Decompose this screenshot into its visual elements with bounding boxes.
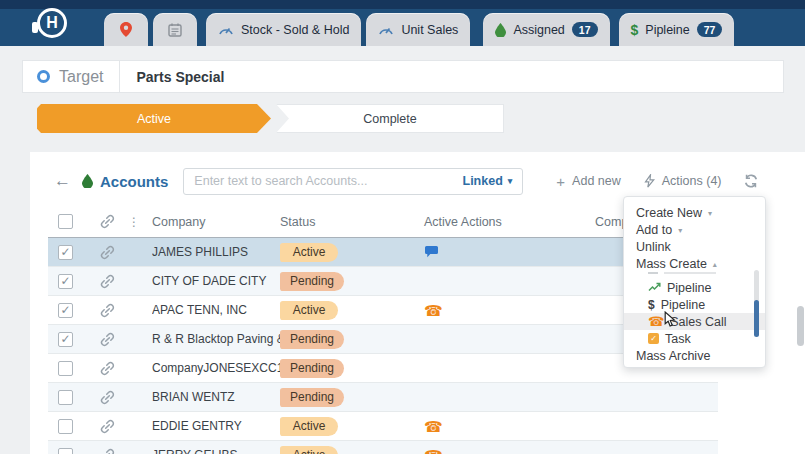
row-checkbox[interactable]	[58, 361, 73, 376]
tab-label: Unit Sales	[401, 23, 458, 37]
submenu-label: Pipeline	[661, 298, 705, 312]
submenu-label: Sales Call	[670, 315, 726, 329]
accounts-droplet-icon	[82, 174, 93, 188]
submenu-item-sales-call[interactable]: ☎ Sales Call	[624, 313, 765, 330]
link-icon[interactable]	[100, 448, 115, 454]
tab-calendar[interactable]	[153, 13, 197, 46]
column-header-company[interactable]: Company	[152, 215, 280, 229]
tab-location[interactable]	[104, 13, 148, 46]
location-pin-icon	[120, 22, 132, 37]
column-header-status[interactable]: Status	[280, 215, 420, 229]
menu-item-mass-archive[interactable]: Mass Archive	[624, 347, 765, 364]
link-icon[interactable]	[100, 390, 115, 405]
chevron-down-icon: ▾	[708, 209, 712, 218]
page-title: Parts Special	[120, 69, 224, 85]
company-cell: APAC TENN, INC	[152, 303, 280, 317]
table-row[interactable]: EDDIE GENTRY Active ☎	[48, 412, 718, 441]
row-checkbox[interactable]	[58, 419, 73, 434]
submenu-item-pipeline[interactable]: $ Pipeline	[624, 296, 765, 313]
refresh-button[interactable]	[743, 174, 759, 188]
tab-pipeline[interactable]: $ Pipleine 77	[619, 13, 735, 46]
row-checkbox[interactable]	[58, 448, 73, 454]
table-body: ✓ JAMES PHILLIPS Active ✓ CITY OF DADE C…	[48, 238, 718, 454]
stage-active[interactable]: Active	[37, 104, 271, 133]
row-checkbox[interactable]: ✓	[58, 332, 73, 347]
tab-stock-sold-hold[interactable]: Stock - Sold & Hold	[206, 13, 361, 46]
tab-unit-sales[interactable]: Unit Sales	[366, 13, 470, 46]
link-icon[interactable]	[100, 419, 115, 434]
dollar-icon: $	[648, 298, 655, 312]
table-row[interactable]: CompanyJONESEXCC15203 Pending	[48, 354, 718, 383]
tab-assigned[interactable]: Assigned 17	[483, 13, 609, 46]
link-icon[interactable]	[100, 274, 115, 289]
link-icon[interactable]	[100, 245, 115, 260]
phone-icon[interactable]: ☎	[424, 303, 443, 318]
submenu-label: Task	[665, 332, 691, 346]
table-row[interactable]: BRIAN WENTZ Pending	[48, 383, 718, 412]
phone-icon[interactable]: ☎	[424, 448, 443, 454]
app-logo[interactable]: H	[0, 0, 104, 46]
menu-item-label: Unlink	[636, 240, 671, 254]
link-icon[interactable]	[100, 361, 115, 376]
gauge-icon	[378, 24, 394, 35]
logo-h-icon: H	[37, 8, 67, 38]
table-row[interactable]: JERRY GELIBS Active ☎	[48, 441, 718, 454]
menu-item-add-to[interactable]: Add to ▾	[624, 221, 765, 238]
accounts-title: Accounts	[100, 173, 168, 190]
link-icon[interactable]	[100, 332, 115, 347]
actions-dropdown-menu: Create New ▾ Add to ▾ Unlink Mass Create…	[623, 196, 766, 368]
chevron-down-icon: ▾	[508, 176, 513, 186]
row-checkbox[interactable]: ✓	[58, 245, 73, 260]
table-row[interactable]: ✓ R & R Blacktop Paving & Seal C... Pend…	[48, 325, 718, 354]
gauge-icon	[218, 24, 234, 35]
table-row[interactable]: ✓ CITY OF DADE CITY Pending	[48, 267, 718, 296]
company-cell: JERRY GELIBS	[152, 448, 280, 454]
stage-complete[interactable]: Complete	[276, 104, 504, 133]
link-icon	[100, 214, 115, 229]
page-scrollbar-thumb[interactable]	[797, 306, 804, 346]
target-bar: Target Parts Special	[22, 60, 784, 93]
tab-label: Assigned	[513, 23, 564, 37]
dollar-icon: $	[631, 22, 639, 38]
menu-item-label: Mass Create	[636, 257, 707, 271]
table-row[interactable]: ✓ JAMES PHILLIPS Active	[48, 238, 718, 267]
submenu-scrollbar-thumb[interactable]	[754, 300, 759, 337]
check-icon: ✓	[60, 275, 70, 287]
refresh-icon	[743, 174, 759, 188]
back-arrow-icon[interactable]: ←	[54, 171, 74, 191]
link-icon[interactable]	[100, 303, 115, 318]
target-section: Target	[23, 61, 120, 92]
target-label: Target	[59, 68, 103, 86]
add-new-button[interactable]: + Add new	[556, 173, 620, 190]
chevron-down-icon: ▾	[678, 226, 682, 235]
menu-item-mass-create[interactable]: Mass Create ▴	[624, 255, 765, 272]
search-input[interactable]	[184, 174, 452, 188]
status-badge: Active	[280, 301, 338, 320]
row-checkbox[interactable]: ✓	[58, 274, 73, 289]
row-checkbox[interactable]	[58, 390, 73, 405]
submenu-item-task[interactable]: ✓ Task	[624, 330, 765, 347]
menu-item-label: Add to	[636, 223, 672, 237]
column-header-active-actions[interactable]: Active Actions	[420, 215, 595, 229]
linked-filter-dropdown[interactable]: Linked ▾	[453, 174, 523, 188]
add-new-label: Add new	[572, 174, 621, 188]
company-cell: JAMES PHILLIPS	[152, 245, 280, 259]
menu-item-create-new[interactable]: Create New ▾	[624, 204, 765, 221]
menu-item-label: Create New	[636, 206, 702, 220]
actions-button[interactable]: Actions (4)	[644, 174, 722, 188]
phone-icon[interactable]: ☎	[424, 419, 443, 434]
select-all-checkbox[interactable]	[58, 214, 73, 229]
company-cell: R & R Blacktop Paving & Seal C...	[152, 332, 280, 346]
row-checkbox[interactable]: ✓	[58, 303, 73, 318]
mouse-cursor	[664, 311, 677, 332]
menu-item-label: Mass Archive	[636, 349, 710, 363]
actions-label: Actions (4)	[662, 174, 722, 188]
row-menu-icon[interactable]: ⋮	[128, 215, 152, 229]
menu-item-unlink[interactable]: Unlink	[624, 238, 765, 255]
table-row[interactable]: ✓ APAC TENN, INC Active ☎	[48, 296, 718, 325]
chat-bubble-icon[interactable]	[424, 245, 439, 259]
pipeline-count-badge: 77	[697, 22, 723, 37]
submenu-item-pipeline[interactable]: Pipeline	[624, 279, 765, 296]
top-navigation-bar: H Stock - Sold & Hold Unit Sales Assigne…	[0, 0, 805, 46]
assigned-droplet-icon	[495, 23, 506, 37]
